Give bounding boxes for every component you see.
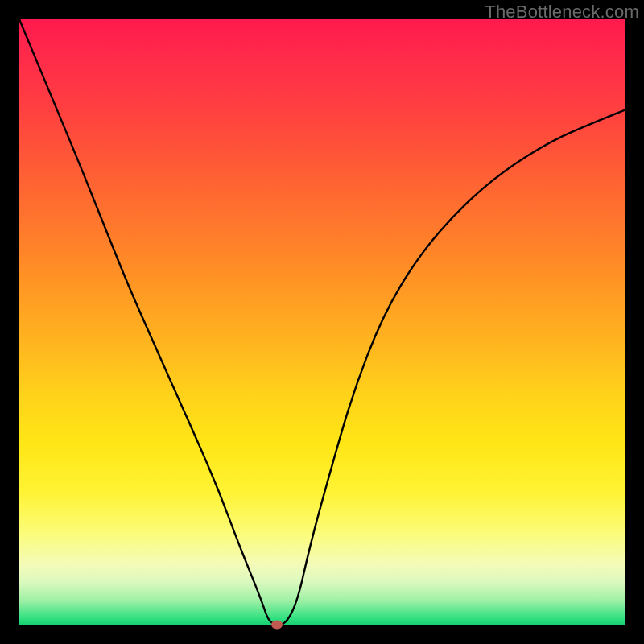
watermark-text: TheBottleneck.com [485, 2, 639, 23]
plot-area [19, 19, 625, 625]
minimum-marker [271, 621, 283, 630]
bottleneck-curve [19, 19, 625, 625]
chart-frame: TheBottleneck.com [0, 0, 644, 644]
